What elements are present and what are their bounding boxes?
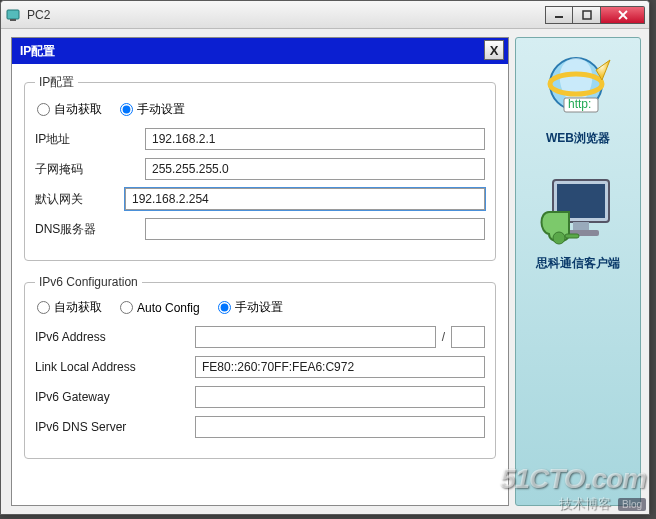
ipv4-auto-option[interactable]: 自动获取 [37, 101, 102, 118]
ipv6-legend: IPv6 Configuration [35, 275, 142, 289]
ipv6-dns-label: IPv6 DNS Server [35, 420, 195, 434]
ipv4-manual-radio[interactable] [120, 103, 133, 116]
ipv6-prefix-input[interactable] [451, 326, 485, 348]
ipv6-manual-radio[interactable] [218, 301, 231, 314]
svg-point-14 [553, 232, 565, 244]
ipv4-group: IP配置 自动获取 手动设置 IP地址 [24, 74, 496, 261]
minimize-button[interactable] [545, 6, 573, 24]
ipv6-linklocal-label: Link Local Address [35, 360, 195, 374]
window-title: PC2 [27, 8, 545, 22]
subnet-mask-label: 子网掩码 [35, 161, 145, 178]
svg-rect-0 [7, 10, 19, 19]
svg-text:http:: http: [568, 97, 591, 111]
gateway-input[interactable] [125, 188, 485, 210]
dialog-title: IP配置 [20, 43, 55, 60]
window-controls [545, 6, 645, 24]
apps-sidebar: http: WEB浏览器 思科通信客 [515, 37, 641, 506]
ipv4-legend: IP配置 [35, 74, 78, 91]
cisco-client-tile[interactable]: 思科通信客户端 [526, 173, 630, 272]
ipv6-autoconfig-label: Auto Config [137, 301, 200, 315]
ipv6-linklocal-input[interactable] [195, 356, 485, 378]
client-area: IP配置 X IP配置 自动获取 手动设置 [1, 29, 649, 514]
ipv6-prefix-slash: / [436, 330, 451, 344]
ipv6-group: IPv6 Configuration 自动获取 Auto Config 手 [24, 275, 496, 459]
ipv6-autoconfig-option[interactable]: Auto Config [120, 301, 200, 315]
dialog-close-button[interactable]: X [484, 40, 504, 60]
ip-address-input[interactable] [145, 128, 485, 150]
svg-rect-3 [583, 11, 591, 19]
window-frame: PC2 IP配置 X IP配置 自动获取 [0, 0, 650, 515]
dns-input[interactable] [145, 218, 485, 240]
subnet-mask-input[interactable] [145, 158, 485, 180]
ipv6-manual-label: 手动设置 [235, 299, 283, 316]
ip-config-dialog: IP配置 X IP配置 自动获取 手动设置 [11, 37, 509, 506]
app-icon [5, 7, 21, 23]
maximize-button[interactable] [573, 6, 601, 24]
dialog-titlebar[interactable]: IP配置 X [12, 38, 508, 64]
gateway-label: 默认网关 [35, 191, 125, 208]
ipv4-mode-row: 自动获取 手动设置 [35, 101, 485, 118]
web-browser-tile[interactable]: http: WEB浏览器 [526, 48, 630, 147]
ipv6-auto-label: 自动获取 [54, 299, 102, 316]
ipv6-auto-radio[interactable] [37, 301, 50, 314]
ipv6-dns-input[interactable] [195, 416, 485, 438]
ipv6-autoconfig-radio[interactable] [120, 301, 133, 314]
web-browser-icon: http: [534, 48, 622, 126]
ipv4-auto-label: 自动获取 [54, 101, 102, 118]
ipv6-gateway-label: IPv6 Gateway [35, 390, 195, 404]
titlebar[interactable]: PC2 [1, 1, 649, 29]
svg-rect-12 [573, 222, 589, 230]
ipv4-manual-option[interactable]: 手动设置 [120, 101, 185, 118]
ipv6-auto-option[interactable]: 自动获取 [37, 299, 102, 316]
dialog-body: IP配置 自动获取 手动设置 IP地址 [12, 64, 508, 481]
ipv6-address-label: IPv6 Address [35, 330, 195, 344]
ipv6-address-input[interactable] [195, 326, 436, 348]
svg-rect-15 [565, 234, 579, 238]
window-close-button[interactable] [601, 6, 645, 24]
ipv6-gateway-input[interactable] [195, 386, 485, 408]
ipv6-manual-option[interactable]: 手动设置 [218, 299, 283, 316]
ip-address-label: IP地址 [35, 131, 145, 148]
ipv6-mode-row: 自动获取 Auto Config 手动设置 [35, 299, 485, 316]
cisco-client-label: 思科通信客户端 [536, 255, 620, 272]
cisco-client-icon [534, 173, 622, 251]
dns-label: DNS服务器 [35, 221, 145, 238]
ipv4-manual-label: 手动设置 [137, 101, 185, 118]
svg-rect-1 [10, 19, 16, 21]
web-browser-label: WEB浏览器 [546, 130, 610, 147]
ipv4-auto-radio[interactable] [37, 103, 50, 116]
